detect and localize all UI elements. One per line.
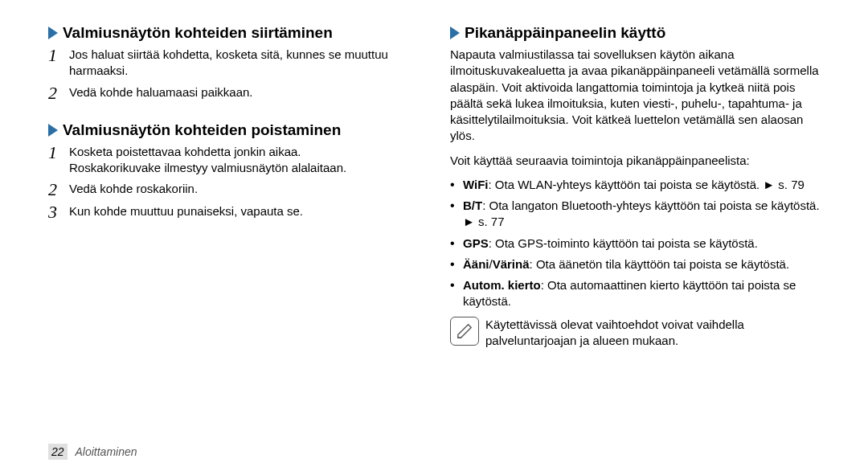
section-title-text: Pikanäppäinpaneelin käyttö bbox=[465, 24, 665, 42]
step-text: Kun kohde muuttuu punaiseksi, vapauta se… bbox=[69, 203, 303, 219]
chevron-icon bbox=[48, 124, 58, 137]
left-column: Valmiusnäytön kohteiden siirtäminen 1 Jo… bbox=[48, 24, 418, 349]
section-title-remove: Valmiusnäytön kohteiden poistaminen bbox=[48, 121, 418, 139]
bullet-text: Autom. kierto: Ota automaattinen kierto … bbox=[463, 277, 820, 310]
bullet-dot: • bbox=[450, 236, 463, 251]
step-number: 2 bbox=[48, 84, 69, 102]
section-title-text: Valmiusnäytön kohteiden siirtäminen bbox=[63, 24, 333, 42]
step-item: 3 Kun kohde muuttuu punaiseksi, vapauta … bbox=[48, 203, 418, 221]
bullet-label: Ääni bbox=[463, 257, 489, 271]
chevron-icon bbox=[48, 27, 58, 39]
bullet-label: GPS bbox=[463, 236, 489, 250]
bullet-label: Autom. kierto bbox=[463, 278, 541, 292]
section-title-quickpanel: Pikanäppäinpaneelin käyttö bbox=[450, 24, 820, 42]
document-page: Valmiusnäytön kohteiden siirtäminen 1 Jo… bbox=[0, 0, 868, 471]
step-line: Kosketa poistettavaa kohdetta jonkin aik… bbox=[69, 145, 301, 158]
step-number: 3 bbox=[48, 203, 69, 221]
bullet-desc: : Ota langaton Bluetooth-yhteys käyttöön… bbox=[463, 199, 820, 228]
bullet-dot: • bbox=[450, 177, 463, 192]
step-text: Jos haluat siirtää kohdetta, kosketa sit… bbox=[69, 47, 418, 80]
step-item: 1 Kosketa poistettavaa kohdetta jonkin a… bbox=[48, 144, 418, 177]
page-footer: 22 Aloittaminen bbox=[48, 445, 137, 458]
chevron-icon bbox=[450, 27, 460, 39]
note-text: Käytettävissä olevat vaihtoehdot voivat … bbox=[485, 317, 820, 350]
note-icon bbox=[450, 317, 479, 346]
bullet-item: • Autom. kierto: Ota automaattinen kiert… bbox=[450, 277, 820, 310]
step-text: Vedä kohde roskakoriin. bbox=[69, 181, 198, 197]
step-text: Kosketa poistettavaa kohdetta jonkin aik… bbox=[69, 144, 346, 177]
bullet-desc: : Ota WLAN-yhteys käyttöön tai poista se… bbox=[489, 178, 805, 191]
bullet-text: GPS: Ota GPS-toiminto käyttöön tai poist… bbox=[463, 236, 758, 252]
bullet-dot: • bbox=[450, 198, 463, 213]
bullet-text: Ääni/Värinä: Ota äänetön tila käyttöön t… bbox=[463, 256, 789, 272]
section-title-text: Valmiusnäytön kohteiden poistaminen bbox=[63, 121, 341, 139]
step-number: 1 bbox=[48, 144, 69, 162]
bullet-desc: : Ota äänetön tila käyttöön tai poista s… bbox=[530, 257, 790, 271]
step-number: 2 bbox=[48, 181, 69, 199]
step-text: Vedä kohde haluamaasi paikkaan. bbox=[69, 84, 253, 100]
intro-paragraph: Napauta valmiustilassa tai sovelluksen k… bbox=[450, 47, 820, 145]
section-title-move: Valmiusnäytön kohteiden siirtäminen bbox=[48, 24, 418, 42]
note-row: Käytettävissä olevat vaihtoehdot voivat … bbox=[450, 317, 820, 350]
bullet-label: Värinä bbox=[493, 257, 530, 271]
content-columns: Valmiusnäytön kohteiden siirtäminen 1 Jo… bbox=[48, 24, 820, 349]
bullet-text: B/T: Ota langaton Bluetooth-yhteys käytt… bbox=[463, 198, 820, 231]
bullet-item: • WiFi: Ota WLAN-yhteys käyttöön tai poi… bbox=[450, 177, 820, 193]
bullet-dot: • bbox=[450, 256, 463, 272]
right-column: Pikanäppäinpaneelin käyttö Napauta valmi… bbox=[450, 24, 820, 349]
bullet-item: • Ääni/Värinä: Ota äänetön tila käyttöön… bbox=[450, 256, 820, 272]
lead-paragraph: Voit käyttää seuraavia toimintoja pikanä… bbox=[450, 153, 820, 169]
pencil-paper-icon bbox=[456, 322, 473, 340]
step-line: Roskakorikuvake ilmestyy valmiusnäytön a… bbox=[69, 161, 346, 174]
step-item: 2 Vedä kohde roskakoriin. bbox=[48, 181, 418, 199]
bullet-dot: • bbox=[450, 277, 463, 293]
bullet-label: WiFi bbox=[463, 178, 489, 191]
step-item: 2 Vedä kohde haluamaasi paikkaan. bbox=[48, 84, 418, 102]
step-number: 1 bbox=[48, 47, 69, 64]
footer-section: Aloittaminen bbox=[75, 445, 137, 458]
page-number: 22 bbox=[48, 444, 68, 460]
bullet-desc: : Ota GPS-toiminto käyttöön tai poista s… bbox=[489, 236, 758, 250]
svg-rect-0 bbox=[458, 324, 472, 338]
bullet-item: • GPS: Ota GPS-toiminto käyttöön tai poi… bbox=[450, 236, 820, 252]
bullet-label: B/T bbox=[463, 199, 482, 212]
bullet-item: • B/T: Ota langaton Bluetooth-yhteys käy… bbox=[450, 198, 820, 231]
bullet-text: WiFi: Ota WLAN-yhteys käyttöön tai poist… bbox=[463, 177, 805, 193]
step-item: 1 Jos haluat siirtää kohdetta, kosketa s… bbox=[48, 47, 418, 80]
